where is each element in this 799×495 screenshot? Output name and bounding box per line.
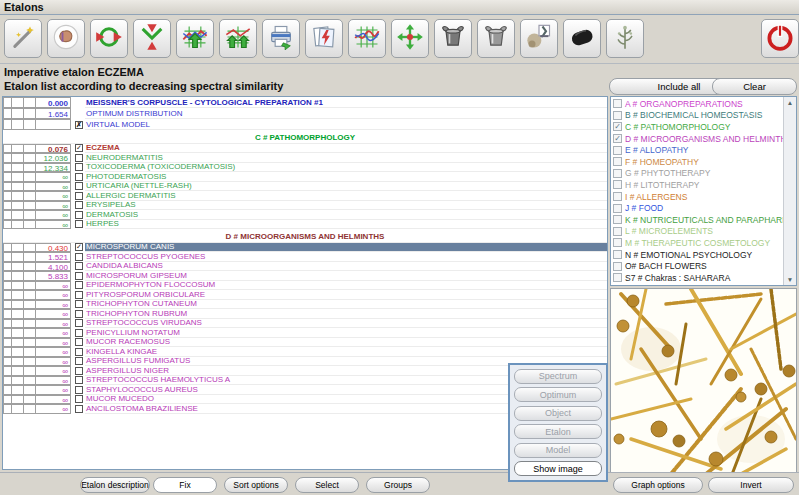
sort-options-button[interactable]: Sort options <box>224 477 288 493</box>
etalon-checkbox[interactable] <box>75 376 83 384</box>
magic-wand-button[interactable] <box>4 19 42 58</box>
category-item[interactable]: A # ORGANOPREPARATIONS <box>611 98 796 110</box>
etalon-row[interactable]: ∞PHOTODERMATOSIS <box>3 172 607 182</box>
etalon-checkbox[interactable] <box>75 310 83 318</box>
category-checkbox[interactable] <box>613 99 622 108</box>
category-checkbox[interactable]: ✓ <box>613 122 622 131</box>
section-header[interactable]: C # PATHOMORPHOLOGY <box>3 133 607 144</box>
category-item[interactable]: ✓C # PATHOMORPHOLOGY <box>611 121 796 133</box>
etalon-checkbox[interactable] <box>75 281 83 289</box>
etalon-row[interactable]: 5.833MICROSPORUM GIPSEUM <box>3 271 607 281</box>
category-item[interactable]: O# BACH FLOWERS <box>611 260 796 272</box>
etalon-checkbox[interactable] <box>75 173 83 181</box>
etalon-checkbox[interactable] <box>75 220 83 228</box>
etalon-checkbox[interactable] <box>75 329 83 337</box>
etalon-checkbox[interactable] <box>75 319 83 327</box>
category-checkbox[interactable] <box>613 273 622 282</box>
category-checkbox[interactable] <box>613 262 622 271</box>
microscope-button[interactable] <box>520 19 558 58</box>
category-item[interactable]: F # HOMEOPATHY <box>611 156 796 168</box>
category-checkbox[interactable] <box>613 285 622 286</box>
etalon-row[interactable]: ∞TRICHOPHYTON CUTANEUM <box>3 300 607 310</box>
category-checkbox[interactable] <box>613 250 622 259</box>
category-item[interactable]: B # BIOCHEMICAL HOMEOSTASIS <box>611 110 796 122</box>
etalon-row[interactable]: ∞DERMATOSIS <box>3 210 607 220</box>
etalon-checkbox[interactable] <box>75 163 83 171</box>
etalon-checkbox[interactable] <box>75 262 83 270</box>
etalon-row[interactable]: 4.100CANDIDA ALBICANS <box>3 262 607 272</box>
etalon-row[interactable]: ∞MUCOR RACEMOSUS <box>3 338 607 348</box>
chart-two-arrows-button[interactable] <box>219 19 257 58</box>
etalon-row[interactable]: ∞HERPES <box>3 220 607 230</box>
etalon-checkbox[interactable] <box>75 182 83 190</box>
fix-button[interactable]: Fix <box>153 477 217 493</box>
graph-options-button[interactable]: Graph options <box>613 477 703 493</box>
etalon-checkbox[interactable] <box>75 300 83 308</box>
category-item[interactable]: M # THERAPEUTIC COSMETOLOGY <box>611 237 796 249</box>
category-checkbox[interactable] <box>613 227 622 236</box>
etalon-checkbox[interactable] <box>75 192 83 200</box>
show-image-button[interactable]: Show image <box>514 461 602 476</box>
etalon-checkbox[interactable] <box>75 338 83 346</box>
etalon-checkbox[interactable]: ✓ <box>75 243 83 251</box>
etalon-checkbox[interactable] <box>75 386 83 394</box>
etalon-row[interactable]: 0.076✓ECZEMA <box>3 144 607 154</box>
category-item[interactable]: H # LITOTHERAPY <box>611 179 796 191</box>
etalon-description-button[interactable]: Etalon description <box>80 477 150 493</box>
etalon-checkbox[interactable] <box>75 357 83 365</box>
print-button[interactable] <box>262 19 300 58</box>
plant-button[interactable] <box>606 19 644 58</box>
etalon-row[interactable]: ∞ERYSIPELAS <box>3 201 607 211</box>
container-b-button[interactable] <box>477 19 515 58</box>
section-header[interactable]: D # MICROORGANISMS AND HELMINTHS <box>3 232 607 243</box>
etalon-row[interactable]: 1.654OPTIMUM DISTRIBUTION <box>3 108 607 119</box>
etalon-checkbox[interactable] <box>75 395 83 403</box>
select-button[interactable]: Select <box>295 477 359 493</box>
etalon-row[interactable]: 12.036NEURODERMATITIS <box>3 153 607 163</box>
category-item[interactable]: S6 # Chakras : AJNA <box>611 284 796 287</box>
etalon-checkbox[interactable] <box>75 272 83 280</box>
chart-lines-button[interactable] <box>348 19 386 58</box>
category-checkbox[interactable] <box>613 215 622 224</box>
etalon-checkbox[interactable] <box>75 367 83 375</box>
scroll-down-icon[interactable]: ▼ <box>787 274 793 285</box>
etalon-checkbox[interactable] <box>75 253 83 261</box>
etalon-checkbox[interactable]: ✓ <box>75 144 83 152</box>
category-checkbox[interactable] <box>613 111 622 120</box>
etalon-row[interactable]: ∞TRICHOPHYTON RUBRUM <box>3 309 607 319</box>
etalon-row[interactable]: ✗VIRTUAL MODEL <box>3 119 607 130</box>
scroll-up-icon[interactable]: ▲ <box>787 97 793 108</box>
pages-lightning-button[interactable] <box>305 19 343 58</box>
etalon-row[interactable]: ∞KINGELLA KINGAE <box>3 347 607 357</box>
move-cross-button[interactable] <box>391 19 429 58</box>
groups-button[interactable]: Groups <box>366 477 430 493</box>
etalon-row[interactable]: 1.521STREPTOCOCCUS PYOGENES <box>3 252 607 262</box>
clear-button[interactable]: Clear <box>712 78 797 95</box>
virtual-model-x-checkbox[interactable]: ✗ <box>75 121 83 129</box>
etalon-row[interactable]: 0.000MEISSNER'S CORPUSCLE - CYTOLOGICAL … <box>3 97 607 108</box>
etalon-row[interactable]: ∞ALLERGIC DERMATITIS <box>3 191 607 201</box>
etalon-checkbox[interactable] <box>75 405 83 413</box>
etalon-row[interactable]: ∞PENICYLLIUM NOTATUM <box>3 328 607 338</box>
brain-button[interactable] <box>47 19 85 58</box>
etalon-row[interactable]: ∞PITYROSPORUM ORBICULARE <box>3 290 607 300</box>
etalon-checkbox[interactable] <box>75 348 83 356</box>
etalon-checkbox[interactable] <box>75 211 83 219</box>
category-item[interactable]: ✓D # MICROORGANISMS AND HELMINTHS <box>611 133 796 145</box>
category-checkbox[interactable] <box>613 169 622 178</box>
etalon-row[interactable]: ∞EPIDERMOPHYTON FLOCCOSUM <box>3 281 607 291</box>
category-item[interactable]: G # PHYTOTHERAPY <box>611 168 796 180</box>
category-item[interactable]: I # ALLERGENS <box>611 191 796 203</box>
etalon-checkbox[interactable] <box>75 201 83 209</box>
category-item[interactable]: N # EMOTIONAL PSYCHOLOGY <box>611 249 796 261</box>
invert-button[interactable]: Invert <box>708 477 794 493</box>
chart-arrow-up-button[interactable] <box>176 19 214 58</box>
category-checkbox[interactable] <box>613 157 622 166</box>
category-checkbox[interactable] <box>613 180 622 189</box>
category-checkbox[interactable] <box>613 238 622 247</box>
category-item[interactable]: J # FOOD <box>611 202 796 214</box>
stone-button[interactable] <box>563 19 601 58</box>
category-item[interactable]: S7 # Chakras : SAHARARA <box>611 272 796 284</box>
category-checkbox[interactable] <box>613 146 622 155</box>
etalon-checkbox[interactable] <box>75 291 83 299</box>
